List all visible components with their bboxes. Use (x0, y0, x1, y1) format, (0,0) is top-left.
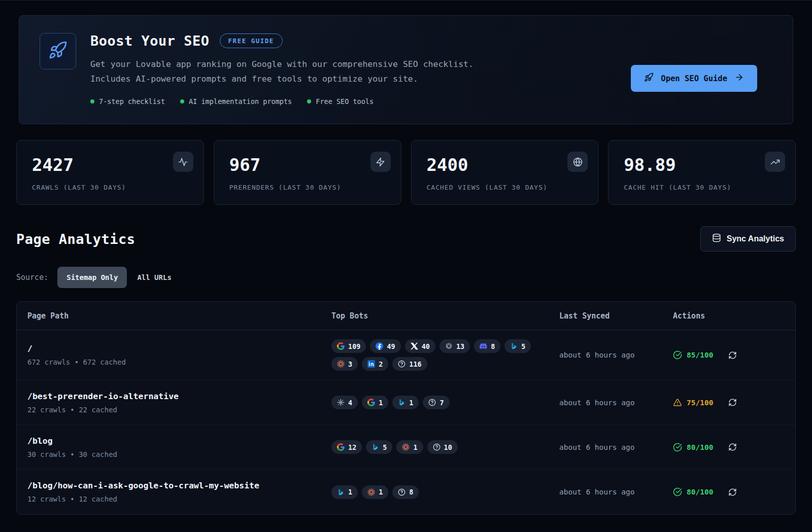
openai-icon (445, 342, 453, 350)
unknown-bot-icon (398, 360, 405, 368)
refresh-icon (728, 398, 737, 407)
bot-badge: 4 (331, 396, 358, 409)
source-option-sitemap-only[interactable]: Sitemap Only (57, 267, 127, 288)
check-circle-icon (673, 443, 682, 452)
bot-count: 12 (348, 443, 356, 451)
arrow-right-icon (734, 73, 744, 84)
seo-score: 85/100 (673, 350, 713, 360)
column-header-page-path: Page Path (17, 311, 321, 321)
banner-description: Get your Lovable app ranking on Google w… (90, 57, 512, 86)
trending-up-icon (765, 152, 785, 172)
bot-count: 1 (413, 443, 417, 451)
bot-badge: 5 (504, 339, 531, 353)
stat-value: 2427 (32, 155, 188, 175)
bot-badge: 116 (392, 357, 427, 371)
unknown-bot-icon (428, 399, 436, 406)
page-path-cell: /best-prerender-io-alternative22 crawls … (17, 392, 321, 414)
stat-value: 2400 (427, 155, 583, 175)
bot-badge: 3 (331, 357, 358, 371)
bot-badge: 1 (362, 396, 388, 409)
top-bots-cell: 125110 (321, 440, 549, 454)
warning-triangle-icon (673, 398, 682, 407)
last-synced: about 6 hours ago (549, 443, 662, 451)
crawl-stats: 30 crawls • 30 cached (27, 450, 321, 458)
feature-item: AI implementation prompts (180, 97, 292, 105)
stat-card: 2400CACHED VIEWS (LAST 30 DAYS) (411, 140, 599, 205)
bot-count: 8 (491, 342, 495, 350)
seo-score: 75/100 (673, 398, 713, 407)
bot-count: 4 (348, 399, 352, 407)
bot-count: 10 (444, 443, 452, 451)
seo-score: 80/100 (673, 443, 713, 452)
refresh-button[interactable] (728, 443, 737, 451)
x-icon (411, 342, 418, 350)
table-row: /best-prerender-io-alternative22 crawls … (17, 380, 795, 425)
refresh-icon (728, 351, 737, 360)
feature-item: 7-step checklist (90, 97, 165, 105)
crawl-stats: 12 crawls • 12 cached (27, 495, 321, 503)
bot-badge: 10 (427, 440, 458, 454)
bot-count: 109 (348, 342, 360, 350)
unknown-bot-icon (398, 488, 405, 496)
claude-icon (402, 443, 410, 451)
stat-label: CRAWLS (LAST 30 DAYS) (32, 184, 188, 191)
stat-label: CACHED VIEWS (LAST 30 DAYS) (427, 184, 583, 191)
actions-cell: 75/100 (662, 398, 795, 407)
bot-count: 3 (348, 360, 352, 368)
feature-item: Free SEO tools (307, 97, 374, 105)
seo-guide-banner: Boost Your SEO FREE GUIDE Get your Lovab… (19, 15, 793, 124)
stat-label: PRERENDERS (LAST 30 DAYS) (229, 184, 386, 191)
bot-count: 1 (379, 488, 383, 496)
refresh-button[interactable] (728, 351, 737, 360)
refresh-button[interactable] (728, 488, 737, 496)
green-dot-icon (90, 99, 94, 103)
sync-analytics-button[interactable]: Sync Analytics (700, 226, 796, 252)
bot-badge: 1 (392, 396, 419, 409)
bot-count: 116 (409, 360, 421, 368)
activity-icon (173, 152, 193, 172)
last-synced: about 6 hours ago (549, 399, 662, 407)
stat-value: 967 (229, 155, 386, 175)
seo-dashboard-page: Boost Your SEO FREE GUIDE Get your Lovab… (0, 15, 812, 515)
check-circle-icon (673, 487, 682, 496)
bot-count: 7 (439, 399, 444, 407)
page-path-cell: /672 crawls • 672 cached (17, 344, 321, 366)
bot-badge: 7 (423, 396, 449, 409)
actions-cell: 80/100 (662, 443, 795, 452)
bing-icon (398, 399, 405, 406)
last-synced: about 6 hours ago (549, 351, 662, 359)
google-icon (337, 342, 345, 350)
bot-badge: 2 (362, 357, 388, 371)
crawl-stats: 672 crawls • 672 cached (27, 358, 321, 366)
open-seo-guide-button[interactable]: Open SEO Guide (631, 65, 757, 92)
bot-count: 8 (409, 488, 413, 496)
refresh-icon (728, 443, 737, 451)
seo-score: 80/100 (673, 487, 713, 496)
stat-label: CACHE HIT (LAST 30 DAYS) (624, 184, 780, 191)
green-dot-icon (180, 99, 184, 103)
discord-icon (480, 342, 487, 350)
claude-icon (367, 488, 375, 496)
column-header-last-synced: Last Synced (549, 311, 662, 321)
stat-cards: 2427CRAWLS (LAST 30 DAYS)967PRERENDERS (… (16, 140, 796, 205)
actions-cell: 80/100 (662, 487, 795, 496)
bot-badge: 1 (362, 485, 388, 499)
table-row: /672 crawls • 672 cached1094940138532116… (17, 330, 795, 380)
bot-badge: 40 (405, 339, 435, 353)
source-label: Source: (16, 273, 48, 282)
bot-count: 1 (379, 399, 383, 407)
bing-icon (371, 443, 379, 451)
refresh-button[interactable] (728, 398, 737, 407)
page-path-cell: /blog30 crawls • 30 cached (17, 436, 321, 458)
bot-count: 1 (409, 399, 413, 407)
bot-count: 13 (456, 342, 464, 350)
claude-icon (337, 360, 345, 368)
globe-icon (567, 152, 588, 172)
bing-icon (337, 488, 345, 496)
source-option-all-urls[interactable]: All URLs (136, 267, 172, 288)
linkedin-icon (367, 360, 375, 368)
rocket-icon (48, 41, 67, 62)
table-row: /blog/how-can-i-ask-google-to-crawl-my-w… (17, 470, 795, 514)
banner-feature-list: 7-step checklist AI implementation promp… (90, 97, 772, 105)
top-bots-cell: 4117 (321, 396, 549, 409)
